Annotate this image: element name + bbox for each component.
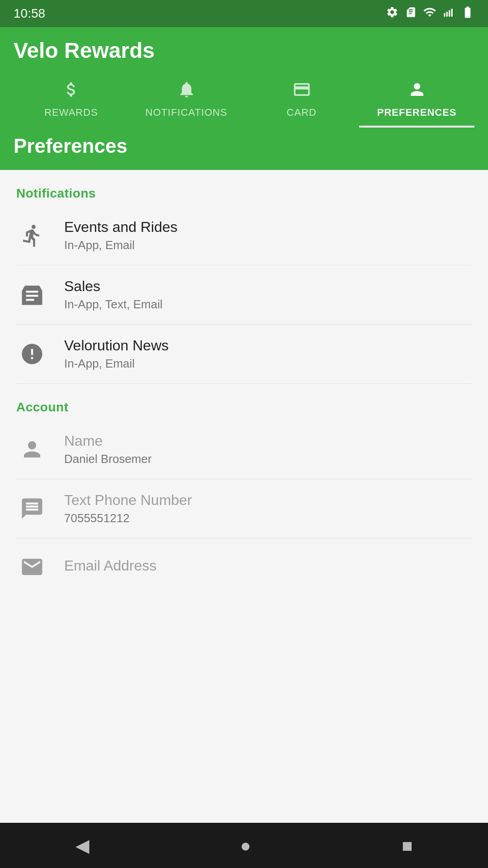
alert-badge-icon xyxy=(16,338,48,370)
svg-rect-1 xyxy=(446,12,448,17)
app-title: Velo Rewards xyxy=(14,38,474,63)
bike-icon xyxy=(16,220,48,251)
tab-rewards[interactable]: REWARDS xyxy=(14,74,129,127)
sim-icon xyxy=(405,6,417,21)
tab-card[interactable]: CARD xyxy=(244,74,359,127)
back-button[interactable]: ◀ xyxy=(75,835,89,856)
store-icon xyxy=(16,279,48,311)
velorution-news-text: Velorution News In-App, Email xyxy=(64,337,169,371)
events-rides-text: Events and Rides In-App, Email xyxy=(64,219,178,252)
tab-notifications-label: NOTIFICATIONS xyxy=(145,107,227,118)
sales-title: Sales xyxy=(64,278,163,295)
status-bar: 10:58 xyxy=(0,0,488,27)
app-bar: Velo Rewards REWARDS NOTIFICATIONS xyxy=(0,27,488,127)
home-button[interactable]: ● xyxy=(240,835,251,856)
svg-rect-3 xyxy=(451,9,452,16)
name-title: Name xyxy=(64,433,152,449)
tab-notifications[interactable]: NOTIFICATIONS xyxy=(129,74,244,127)
name-value: Daniel Brosemer xyxy=(64,452,152,466)
notifications-tab-icon xyxy=(177,80,196,103)
chat-icon xyxy=(16,493,48,524)
tab-card-label: CARD xyxy=(286,107,316,118)
list-item-sales[interactable]: Sales In-App, Text, Email xyxy=(0,265,488,324)
sales-text: Sales In-App, Text, Email xyxy=(64,278,163,311)
preferences-tab-icon xyxy=(408,80,427,103)
svg-rect-0 xyxy=(444,13,445,17)
tab-preferences[interactable]: PREFERENCES xyxy=(359,74,474,127)
phone-title: Text Phone Number xyxy=(64,492,192,509)
rewards-tab-icon xyxy=(62,80,81,103)
account-section-header: Account xyxy=(0,384,488,420)
page-subtitle: Preferences xyxy=(14,135,474,157)
notifications-section-header: Notifications xyxy=(0,170,488,206)
name-text: Name Daniel Brosemer xyxy=(64,433,152,466)
page-subheader: Preferences xyxy=(0,127,488,170)
tab-preferences-label: PREFERENCES xyxy=(377,107,456,118)
email-text: Email Address xyxy=(64,557,157,577)
velorution-news-subtitle: In-App, Email xyxy=(64,357,169,371)
list-item-velorution-news[interactable]: Velorution News In-App, Email xyxy=(0,325,488,383)
svg-rect-2 xyxy=(449,10,450,17)
sales-subtitle: In-App, Text, Email xyxy=(64,297,163,311)
email-title: Email Address xyxy=(64,557,157,574)
events-rides-subtitle: In-App, Email xyxy=(64,238,178,252)
tab-bar: REWARDS NOTIFICATIONS CARD xyxy=(14,74,474,127)
status-time: 10:58 xyxy=(14,6,45,21)
list-item-phone[interactable]: Text Phone Number 7055551212 xyxy=(0,479,488,538)
list-item-email[interactable]: Email Address xyxy=(0,538,488,595)
settings-icon xyxy=(386,6,399,21)
list-item-events-rides[interactable]: Events and Rides In-App, Email xyxy=(0,206,488,265)
signal-icon xyxy=(443,6,455,21)
card-tab-icon xyxy=(292,80,311,103)
phone-value: 7055551212 xyxy=(64,511,192,525)
wifi-icon xyxy=(423,5,436,22)
status-icons xyxy=(386,5,474,22)
email-icon xyxy=(16,551,48,583)
recent-button[interactable]: ■ xyxy=(402,835,413,856)
list-item-name[interactable]: Name Daniel Brosemer xyxy=(0,420,488,479)
bottom-nav: ◀ ● ■ xyxy=(0,823,488,868)
events-rides-title: Events and Rides xyxy=(64,219,178,236)
tab-rewards-label: REWARDS xyxy=(44,107,98,118)
battery-icon xyxy=(461,5,474,22)
phone-text: Text Phone Number 7055551212 xyxy=(64,492,192,525)
velorution-news-title: Velorution News xyxy=(64,337,169,354)
content-area: Notifications Events and Rides In-App, E… xyxy=(0,170,488,823)
person-icon xyxy=(16,434,48,465)
